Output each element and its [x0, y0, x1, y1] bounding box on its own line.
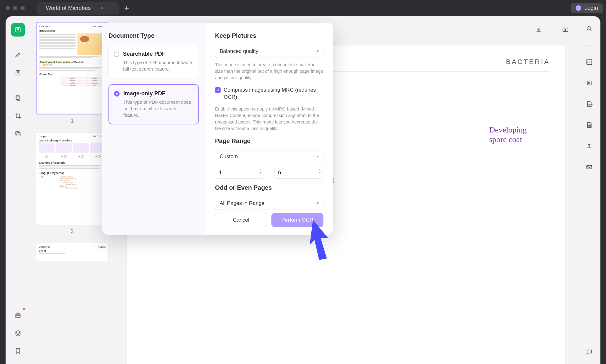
login-label: Login [584, 5, 598, 11]
option-description: This type of PDF document has a full tex… [123, 59, 193, 72]
dialog-left-pane: Document Type Searchable PDF This type o… [102, 23, 205, 235]
share-icon[interactable] [583, 140, 595, 152]
login-button[interactable]: Login [571, 3, 603, 13]
thumb-heading: Yeast [39, 249, 106, 253]
thumb-annotation: Why dye? [42, 63, 105, 66]
thumb-subheading: Example of Bacteria [39, 161, 106, 164]
stepper-icon[interactable]: ▲▼ [260, 168, 262, 174]
range-to-input[interactable]: 6 ▲▼ [274, 167, 323, 179]
checkbox-icon: ✓ [215, 87, 221, 93]
reader-mode-button[interactable] [11, 23, 25, 37]
svg-rect-13 [589, 125, 591, 127]
left-toolbar [6, 16, 30, 364]
cancel-button[interactable]: Cancel [215, 213, 267, 227]
titlebar: World of Microbes × + Login [0, 0, 606, 16]
layers-button[interactable] [11, 326, 25, 340]
svg-text:PDF/A: PDF/A [588, 104, 593, 106]
thumb-chapter: Chapter 1 [39, 135, 50, 138]
range-mode-select[interactable]: Custom [215, 150, 323, 163]
separator [14, 85, 22, 85]
thumbnail-page-3[interactable]: Chapter 2FUNGI Yeast [36, 243, 108, 261]
option-title: Searchable PDF [123, 51, 193, 57]
radio-icon [114, 51, 119, 57]
maximize-window[interactable] [20, 6, 25, 10]
thumb-chapter: Chapter 2 [39, 245, 50, 248]
odd-even-heading: Odd or Even Pages [215, 184, 323, 191]
lock-file-icon[interactable] [583, 119, 595, 131]
separator [14, 42, 22, 42]
window-controls [6, 6, 25, 10]
svg-text:OCR: OCR [587, 61, 592, 64]
mrc-checkbox-row[interactable]: ✓ Compress images using MRC (requires OC… [215, 87, 323, 101]
notes-button[interactable] [11, 66, 25, 80]
svg-rect-14 [587, 166, 592, 169]
tab-document[interactable]: World of Microbes × [37, 2, 119, 15]
pdfa-icon[interactable]: PDF/A [583, 98, 595, 110]
thumb-highlight: Staining and Observation [39, 61, 71, 63]
separator [586, 45, 593, 46]
resize-icon[interactable] [583, 77, 595, 89]
comment-icon[interactable] [583, 346, 595, 358]
thumb-subheading: Fungi (Eumycetes) [39, 171, 106, 175]
avatar-icon [576, 5, 581, 11]
page-range-heading: Page Range [215, 137, 323, 145]
present-icon[interactable] [562, 27, 569, 35]
svg-rect-4 [17, 132, 20, 136]
thumb-heading: Endospores [39, 29, 105, 32]
checkbox-label: Compress images using MRC (requires OCR) [224, 87, 323, 101]
option-image-only-pdf[interactable]: Image-only PDF This type of PDF document… [108, 84, 199, 124]
handwriting-annotation: Developing spore coat [489, 125, 527, 144]
minimize-window[interactable] [13, 6, 17, 10]
crop-button[interactable] [11, 109, 25, 123]
bookmark-button[interactable] [11, 344, 25, 358]
highlighter-button[interactable] [11, 48, 25, 62]
quality-help-text: This mode is used to create a document s… [215, 62, 323, 81]
range-dash: – [267, 169, 271, 176]
pages-button[interactable] [11, 91, 25, 105]
option-description: This type of PDF document does not have … [123, 99, 193, 118]
option-searchable-pdf[interactable]: Searchable PDF This type of PDF document… [108, 45, 199, 78]
close-tab-icon[interactable]: × [100, 5, 103, 11]
svg-rect-5 [16, 132, 19, 135]
ocr-dialog: Document Type Searchable PDF This type o… [102, 23, 333, 235]
keep-pictures-heading: Keep Pictures [215, 32, 323, 39]
quality-select[interactable]: Balanced quality [215, 45, 323, 58]
odd-even-select[interactable]: All Pages in Range [215, 197, 323, 210]
ocr-icon[interactable]: OCR [583, 56, 595, 68]
thumb-tag: FUNGI [98, 245, 106, 248]
thumb-figure [77, 33, 105, 55]
thumb-number-2: 2 [36, 228, 108, 235]
thumbnail-page-2[interactable]: Chapter 1BACTERIA Gram Staining Procedur… [36, 132, 108, 225]
gift-button[interactable] [11, 308, 25, 322]
thumb-heading: Gram Staining Procedure [39, 139, 106, 142]
thumbnail-page-1[interactable]: Chapter 1BACTERIA Endospores Staining an… [36, 22, 108, 115]
tab-title: World of Microbes [46, 5, 91, 11]
download-icon[interactable] [535, 27, 542, 35]
thumbnails-panel: Chapter 1BACTERIA Endospores Staining an… [30, 16, 114, 364]
close-window[interactable] [6, 6, 10, 10]
thumb-subheading: Gram Stain [39, 73, 105, 76]
thumb-chapter: Chapter 1 [39, 25, 50, 28]
thumb-number-1: 1 [36, 118, 108, 124]
new-tab-button[interactable]: + [124, 3, 129, 13]
copy-button[interactable] [11, 127, 25, 141]
stepper-icon[interactable]: ▲▼ [318, 168, 321, 174]
right-toolbar: OCR PDF/A [578, 16, 600, 364]
mrc-help-text: Enable this option to apply an MRC-based… [215, 106, 323, 132]
svg-point-8 [587, 27, 591, 30]
mail-icon[interactable] [583, 161, 595, 173]
search-icon[interactable] [583, 23, 595, 35]
document-type-heading: Document Type [108, 32, 199, 39]
dialog-right-pane: Keep Pictures Balanced quality This mode… [205, 23, 333, 235]
option-title: Image-only PDF [123, 90, 193, 97]
range-from-input[interactable]: 1 ▲▼ [215, 167, 264, 179]
radio-icon [114, 91, 120, 97]
perform-ocr-button[interactable]: Perform OCR [271, 213, 323, 227]
